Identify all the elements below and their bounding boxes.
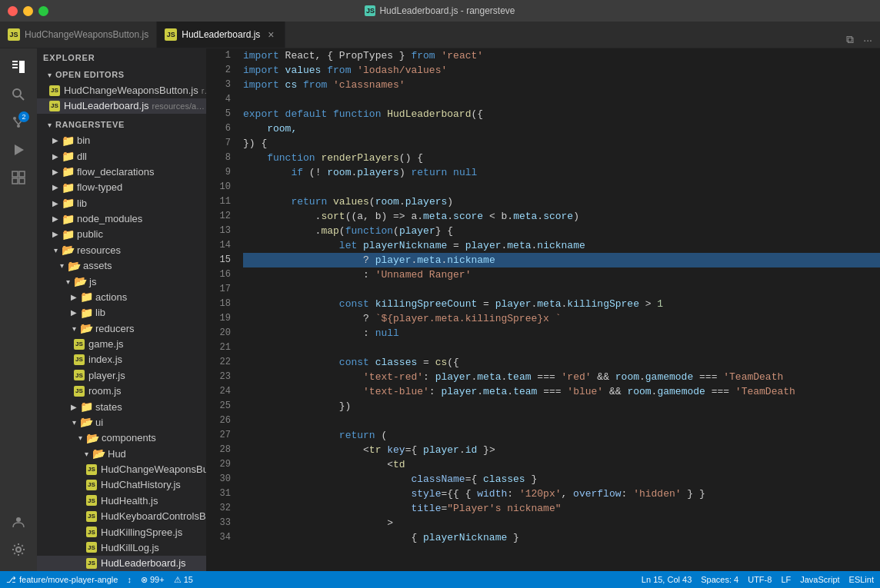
folder-icon: 📁: [80, 400, 92, 413]
minimize-button[interactable]: [23, 6, 33, 16]
folder-ui[interactable]: ▾ 📂 ui: [37, 414, 206, 430]
folder-arrow: ▾: [68, 322, 80, 334]
js-file-icon: JS: [74, 370, 85, 380]
account-icon[interactable]: [6, 510, 31, 534]
tab-close-button[interactable]: ×: [265, 28, 277, 41]
code-line: [243, 180, 880, 194]
folder-resources[interactable]: ▾ 📂 resources: [37, 242, 206, 257]
code-area[interactable]: 1234567891011121314151617181920212223242…: [206, 48, 880, 571]
file-label: HudKillLog.js: [101, 542, 159, 553]
position-status[interactable]: Ln 15, Col 43: [642, 575, 692, 584]
file-hudchangeweaponsbutton[interactable]: JS HudChangeWeaponsButton.js: [37, 461, 206, 477]
code-line: className={ classes }: [243, 472, 880, 487]
extensions-icon[interactable]: [6, 165, 31, 190]
folder-lib2[interactable]: ▶ 📁 lib: [37, 305, 206, 321]
js-file-icon: JS: [74, 354, 85, 365]
line-number: 4: [206, 92, 231, 107]
folder-flow-typed[interactable]: ▶ 📁 flow-typed: [37, 180, 206, 195]
spaces-status[interactable]: Spaces: 4: [701, 575, 738, 584]
warnings-status[interactable]: ⚠ 15: [174, 575, 193, 585]
svg-point-16: [16, 517, 21, 522]
folder-states[interactable]: ▶ 📁 states: [37, 399, 206, 414]
folder-node-modules[interactable]: ▶ 📁 node_modules: [37, 211, 206, 226]
line-number: 33: [206, 516, 231, 530]
settings-icon[interactable]: [6, 537, 31, 562]
folder-label: states: [95, 401, 122, 413]
branch-status[interactable]: ⎇ feature/move-player-angle: [6, 575, 118, 585]
line-number: 34: [206, 530, 231, 545]
file-hudleaderboard[interactable]: JS HudLeaderboard.js: [37, 556, 206, 571]
errors-status[interactable]: ⊗ 99+: [141, 575, 165, 585]
folder-flow-declarations[interactable]: ▶ 📁 flow_declarations: [37, 164, 206, 179]
folder-actions[interactable]: ▶ 📁 actions: [37, 289, 206, 304]
title-bar: JS HudLeaderboard.js - rangersteve: [0, 0, 880, 22]
file-index-js[interactable]: JS index.js: [37, 352, 206, 367]
line-number: 5: [206, 107, 231, 121]
spaces-label: Spaces: 4: [701, 575, 738, 584]
tab-hudchangeweaponsbutton[interactable]: JS HudChangeWeaponsButton.js: [0, 21, 157, 48]
folder-label: actions: [95, 291, 127, 303]
folder-hud[interactable]: ▾ 📂 Hud: [37, 446, 206, 461]
open-editor-hudleaderboard[interactable]: JS HudLeaderboard.js resources/assets/js…: [37, 98, 206, 114]
language-status[interactable]: JavaScript: [800, 575, 839, 584]
code-line: ? `${player.meta.killingSpree}x `: [243, 311, 880, 326]
tab-hudleaderboard[interactable]: JS HudLeaderboard.js ×: [157, 21, 285, 48]
sync-status[interactable]: ↕: [127, 575, 132, 584]
folder-label: assets: [83, 260, 112, 271]
open-editor-hudchangeweapons[interactable]: JS HudChangeWeaponsButton.js resources/a…: [37, 82, 206, 98]
source-control-badge: 2: [18, 111, 29, 122]
sidebar: EXPLORER ▾ OPEN EDITORS JS HudChangeWeap…: [37, 48, 206, 571]
file-hudkillingspree[interactable]: JS HudKillingSpree.js: [37, 524, 206, 540]
folder-reducers[interactable]: ▾ 📂 reducers: [37, 321, 206, 336]
folder-label: lib: [77, 198, 87, 209]
position-label: Ln 15, Col 43: [642, 575, 692, 584]
file-label: index.js: [88, 354, 122, 365]
folder-components[interactable]: ▾ 📂 components: [37, 430, 206, 446]
line-number: 18: [206, 297, 231, 311]
code-line: [243, 341, 880, 355]
file-hudkilllog[interactable]: JS HudKillLog.js: [37, 540, 206, 555]
linter-status[interactable]: ESLint: [849, 575, 874, 584]
maximize-button[interactable]: [38, 6, 48, 16]
folder-dll[interactable]: ▶ 📁 dll: [37, 148, 206, 164]
file-player-js[interactable]: JS player.js: [37, 367, 206, 383]
folder-js[interactable]: ▾ 📂 js: [37, 274, 206, 289]
source-control-icon[interactable]: 2: [6, 110, 31, 135]
folder-arrow: ▶: [49, 181, 62, 194]
close-button[interactable]: [8, 6, 18, 16]
svg-rect-0: [12, 61, 18, 62]
file-hudkeyboardcontrolsbutton[interactable]: JS HudKeyboardControlsButton.js: [37, 509, 206, 524]
code-lines[interactable]: import React, { PropTypes } from 'react'…: [237, 48, 880, 571]
code-line: <tr key={ player.id }>: [243, 443, 880, 457]
folder-lib[interactable]: ▶ 📁 lib: [37, 195, 206, 211]
search-icon[interactable]: [6, 82, 31, 107]
line-number: 16: [206, 267, 231, 282]
folder-bin[interactable]: ▶ 📁 bin: [37, 133, 206, 148]
svg-point-6: [13, 117, 16, 120]
encoding-status[interactable]: UTF-8: [748, 575, 772, 584]
sync-icon: ↕: [127, 575, 132, 584]
more-button[interactable]: ···: [862, 32, 874, 48]
folder-assets[interactable]: ▾ 📂 assets: [37, 258, 206, 274]
file-hudhealth[interactable]: JS HudHealth.js: [37, 493, 206, 508]
open-editors-header[interactable]: ▾ OPEN EDITORS: [37, 67, 206, 82]
branch-icon: ⎇: [6, 575, 16, 585]
encoding-label: UTF-8: [748, 575, 772, 584]
file-game-js[interactable]: JS game.js: [37, 336, 206, 351]
file-label: HudChangeWeaponsButton.js: [101, 463, 206, 475]
debug-icon[interactable]: [6, 138, 31, 162]
root-header[interactable]: ▾ RANGERSTEVE: [37, 117, 206, 132]
file-hudchathistory[interactable]: JS HudChatHistory.js: [37, 477, 206, 493]
open-editor-name: HudLeaderboard.js: [64, 100, 149, 111]
folder-public[interactable]: ▶ 📁 public: [37, 227, 206, 242]
line-number: 21: [206, 341, 231, 355]
split-editor-button[interactable]: ⧉: [845, 32, 855, 48]
explorer-icon[interactable]: [6, 55, 31, 79]
line-ending-status[interactable]: LF: [781, 575, 791, 584]
line-ending-label: LF: [781, 575, 791, 584]
folder-icon: 📁: [62, 165, 74, 178]
line-number: 23: [206, 370, 231, 384]
file-room-js[interactable]: JS room.js: [37, 384, 206, 399]
line-number: 17: [206, 282, 231, 297]
js-file-icon: JS: [86, 511, 97, 522]
